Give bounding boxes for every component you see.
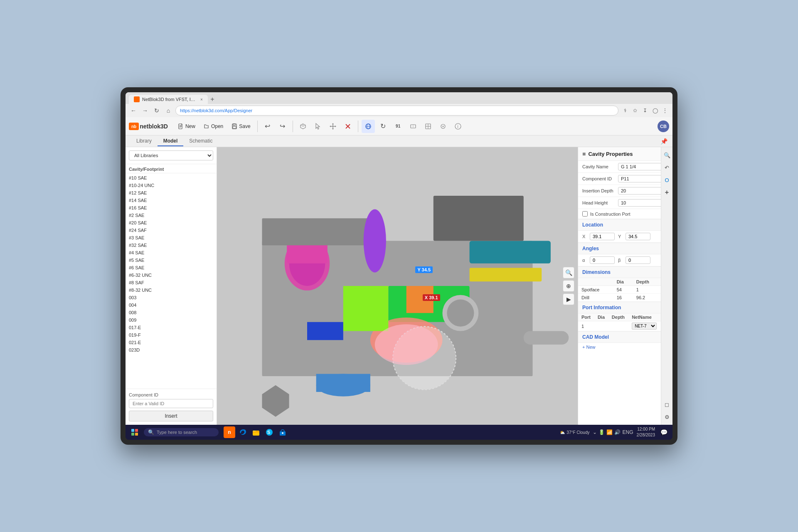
- insertion-depth-input[interactable]: [618, 187, 661, 195]
- rotate-button[interactable]: ↻: [377, 120, 390, 133]
- list-item[interactable]: #4 SAE: [126, 249, 217, 256]
- select-icon: [314, 123, 322, 130]
- browser-download-icon[interactable]: ↧: [641, 106, 649, 115]
- y-input[interactable]: [626, 233, 650, 240]
- browser-extensions-icon[interactable]: ⚕: [621, 106, 629, 115]
- x-input[interactable]: [590, 233, 615, 240]
- list-item[interactable]: #10-24 UNC: [126, 182, 217, 189]
- home-button[interactable]: ⌂: [164, 106, 173, 115]
- add-cad-model-button[interactable]: + New: [578, 343, 661, 351]
- taskbar-edge-icon[interactable]: [237, 426, 249, 438]
- zoom-in-button[interactable]: 🔍: [563, 267, 574, 278]
- new-button[interactable]: New: [175, 122, 199, 131]
- measure-button[interactable]: 91: [392, 120, 405, 133]
- taskbar-store-icon[interactable]: [277, 426, 288, 438]
- redo-button[interactable]: ↪: [276, 120, 289, 133]
- new-tab-button[interactable]: +: [208, 95, 217, 104]
- list-item[interactable]: #12 SAE: [126, 189, 217, 197]
- address-bar[interactable]: https://netblok3d.com/App/Designer: [175, 106, 618, 116]
- list-item[interactable]: 008: [126, 309, 217, 316]
- list-item[interactable]: #3 SAE: [126, 234, 217, 241]
- save-button[interactable]: Save: [228, 122, 254, 131]
- cloud-icon: ⛅: [560, 430, 565, 435]
- browser-tab[interactable]: NetBlok3D from VFST, Inc. | Clo... ×: [129, 95, 208, 104]
- list-item[interactable]: 023D: [126, 346, 217, 354]
- tab-schematic[interactable]: Schematic: [183, 136, 218, 146]
- reload-button[interactable]: ↻: [152, 106, 161, 115]
- sidebar-cursor-button[interactable]: ↶: [663, 163, 672, 172]
- sidebar-settings-button[interactable]: ⚙: [663, 412, 672, 421]
- tab-library[interactable]: Library: [131, 136, 158, 146]
- taskbar-up-arrow[interactable]: ⌄: [593, 429, 597, 435]
- info-button[interactable]: i: [451, 120, 465, 133]
- list-item[interactable]: #6 SAE: [126, 264, 217, 271]
- list-item[interactable]: #8-32 UNC: [126, 286, 217, 294]
- list-item[interactable]: #14 SAE: [126, 197, 217, 204]
- left-panel: All Libraries Cavity/Footprint #10 SAE #…: [126, 147, 217, 425]
- beta-input[interactable]: [626, 256, 650, 264]
- pan-button[interactable]: ▶: [563, 293, 574, 305]
- cavity-name-input[interactable]: [618, 163, 661, 170]
- sidebar-zoom-button[interactable]: 🔍: [663, 150, 672, 160]
- back-button[interactable]: ←: [129, 106, 138, 115]
- taskbar-netblok-icon[interactable]: n: [224, 426, 235, 438]
- start-button[interactable]: [129, 426, 140, 438]
- list-item[interactable]: 017-E: [126, 324, 217, 331]
- open-label: Open: [211, 123, 223, 129]
- head-height-input[interactable]: [618, 199, 661, 207]
- sidebar-outlook-button[interactable]: O: [663, 175, 672, 185]
- list-item[interactable]: 019-F: [126, 331, 217, 339]
- list-item[interactable]: #8 SAF: [126, 279, 217, 286]
- dimensions-table: Dia Depth Spotface 54 1 Drill: [578, 278, 661, 302]
- list-item[interactable]: #2 SAE: [126, 212, 217, 219]
- is-construction-port-checkbox[interactable]: [582, 211, 588, 217]
- list-item[interactable]: #16 SAE: [126, 204, 217, 212]
- move-tool-button[interactable]: [326, 120, 340, 133]
- view-top-button[interactable]: [436, 120, 450, 133]
- zoom-fit-button[interactable]: [421, 120, 435, 133]
- sidebar-expand-button[interactable]: ◻: [663, 400, 672, 409]
- cube-tool-button[interactable]: [296, 120, 310, 133]
- browser-settings-icon[interactable]: ⋮: [661, 106, 669, 115]
- taskbar-volume-icon[interactable]: 🔊: [614, 429, 621, 435]
- list-item[interactable]: #10 SAE: [126, 174, 217, 182]
- port-netname[interactable]: NET-7: [628, 321, 661, 331]
- component-id-input-right[interactable]: [618, 175, 661, 182]
- new-label: New: [185, 123, 195, 129]
- open-button[interactable]: Open: [200, 122, 227, 131]
- browser-profile-icon[interactable]: ◯: [651, 106, 659, 115]
- user-avatar[interactable]: CB: [658, 121, 669, 132]
- tab-model[interactable]: Model: [158, 136, 184, 146]
- insert-button[interactable]: Insert: [129, 411, 213, 421]
- list-item[interactable]: #32 SAE: [126, 241, 217, 249]
- taskbar-explorer-icon[interactable]: [250, 426, 262, 438]
- section-cut-button[interactable]: [406, 120, 420, 133]
- list-item[interactable]: #5 SAE: [126, 256, 217, 264]
- open-folder-icon: [204, 123, 209, 129]
- select-tool-button[interactable]: [311, 120, 325, 133]
- list-item[interactable]: 009: [126, 316, 217, 324]
- viewport[interactable]: Y 34.5 X 39.1 🔍 ⊕ ▶: [217, 147, 578, 425]
- view-3d-button[interactable]: [362, 120, 375, 133]
- taskbar-search-bar[interactable]: 🔍 Type here to search: [144, 428, 219, 436]
- undo-button[interactable]: ↩: [261, 120, 274, 133]
- delete-tool-button[interactable]: [341, 120, 355, 133]
- list-item[interactable]: 021-E: [126, 339, 217, 346]
- list-item[interactable]: #20 SAE: [126, 219, 217, 227]
- taskbar-skype-icon[interactable]: S: [264, 426, 275, 438]
- pin-icon[interactable]: 📌: [660, 138, 667, 145]
- alpha-input[interactable]: [590, 256, 615, 264]
- library-select[interactable]: All Libraries: [129, 150, 213, 160]
- browser-star-icon[interactable]: ✩: [631, 106, 639, 115]
- list-item[interactable]: #6-32 UNC: [126, 271, 217, 279]
- sidebar-add-button[interactable]: +: [663, 188, 672, 197]
- forward-button[interactable]: →: [140, 106, 150, 115]
- list-item[interactable]: 003: [126, 294, 217, 301]
- notification-center-button[interactable]: 💬: [658, 427, 669, 438]
- list-item[interactable]: #24 SAF: [126, 227, 217, 234]
- zoom-reset-button[interactable]: ⊕: [563, 280, 574, 292]
- net-select[interactable]: NET-7: [632, 323, 657, 330]
- list-item[interactable]: 004: [126, 301, 217, 309]
- component-id-input[interactable]: [129, 399, 213, 408]
- tab-close-button[interactable]: ×: [200, 97, 203, 102]
